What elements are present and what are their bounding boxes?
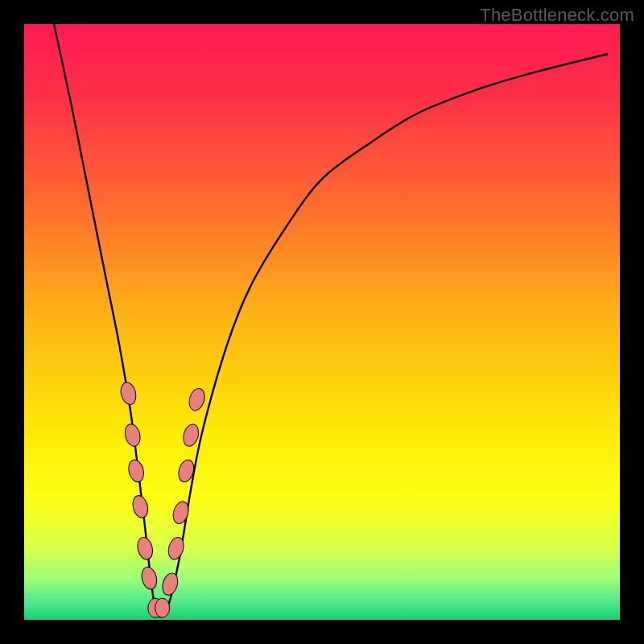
watermark-text: TheBottleneck.com (480, 5, 634, 26)
chart-frame: TheBottleneck.com (0, 0, 644, 644)
bead-left-4 (135, 535, 155, 561)
bead-left-3 (130, 494, 150, 520)
bead-right-12 (181, 423, 201, 448)
bead-bottom-7 (155, 598, 170, 617)
bead-left-0 (118, 381, 138, 407)
bead-right-13 (187, 386, 207, 412)
bead-left-5 (139, 565, 159, 591)
bead-left-2 (126, 458, 146, 484)
curve-layer (24, 24, 620, 620)
bead-left-1 (123, 423, 142, 448)
bead-right-8 (160, 572, 180, 597)
plot-area (24, 24, 620, 620)
v-curve (54, 24, 608, 617)
